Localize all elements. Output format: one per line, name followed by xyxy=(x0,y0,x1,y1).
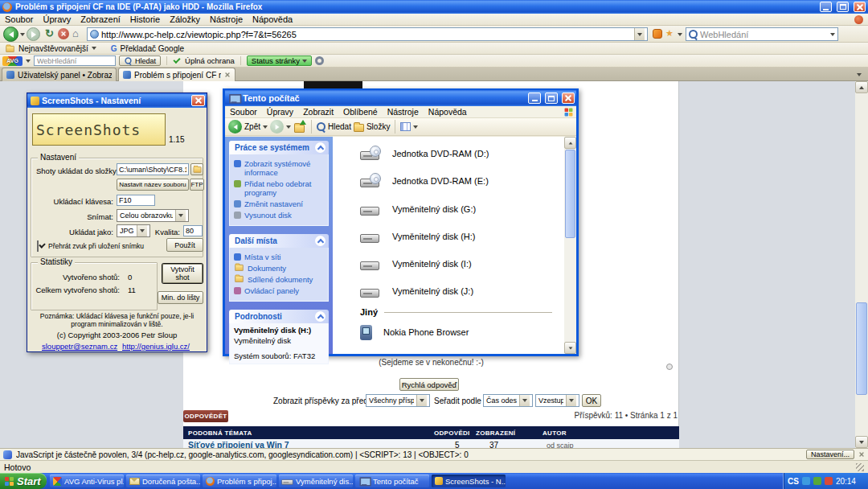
create-shot-button[interactable]: Vytvořit shot xyxy=(162,264,203,283)
save-folder-input[interactable] xyxy=(117,163,189,175)
noscript-settings-button[interactable]: Nastavení... xyxy=(806,450,854,459)
web-search-input[interactable] xyxy=(700,30,828,39)
forward-button[interactable] xyxy=(27,27,40,41)
home-icon[interactable]: ⌂ xyxy=(72,27,79,39)
scroll-down-button[interactable] xyxy=(855,436,868,448)
menu-zalozky[interactable]: Záložky xyxy=(165,14,205,25)
history-dropdown-icon[interactable] xyxy=(678,33,682,36)
mc-minimize-button[interactable] xyxy=(528,92,541,104)
avg-page-status[interactable]: Status stránky xyxy=(247,55,312,66)
drive-item-e[interactable]: Jednotka DVD-RAM (E:) xyxy=(360,171,489,191)
avg-logo-icon[interactable]: AVG xyxy=(2,56,23,66)
bookmark-star-icon[interactable]: ★ xyxy=(665,28,674,39)
mc-menu-zobrazit[interactable]: Zobrazit xyxy=(298,106,338,117)
tray-language-indicator[interactable]: CS xyxy=(788,477,799,486)
list-scroll-up[interactable] xyxy=(564,137,576,149)
author-web-link[interactable]: http://genius.iglu.cz/ xyxy=(122,342,190,351)
tray-clock[interactable]: 20:14 xyxy=(836,477,856,486)
search-box[interactable] xyxy=(686,27,838,41)
list-scroll-thumb[interactable] xyxy=(565,150,575,238)
mc-folders-label[interactable]: Složky xyxy=(366,122,390,131)
menu-soubor[interactable]: Soubor xyxy=(0,14,38,25)
avg-settings-gear-icon[interactable] xyxy=(315,56,324,65)
topic-link[interactable]: Síťové připojení va Win 7 xyxy=(188,440,289,448)
back-dropdown-icon[interactable] xyxy=(20,33,25,36)
list-scroll-down[interactable] xyxy=(564,342,576,354)
avg-search-field[interactable] xyxy=(34,55,116,66)
sound-checkbox[interactable] xyxy=(37,240,39,252)
apply-button[interactable]: Použít xyxy=(166,238,203,252)
place-network[interactable]: Místa v síti xyxy=(234,253,326,261)
back-button[interactable] xyxy=(3,27,18,42)
restore-button[interactable] xyxy=(837,2,849,12)
mc-menu-napoveda[interactable]: Nápověda xyxy=(424,106,472,117)
place-control-panel[interactable]: Ovládací panely xyxy=(234,286,326,295)
tray-antivirus-icon[interactable] xyxy=(813,477,821,485)
mc-forward-dropdown-icon[interactable] xyxy=(286,125,291,129)
avg-search-input[interactable] xyxy=(37,57,113,65)
mc-views-dropdown-icon[interactable] xyxy=(413,125,418,129)
hotkey-input[interactable] xyxy=(117,195,155,206)
mycomputer-titlebar[interactable]: Tento počítač xyxy=(225,90,576,106)
task-my-computer[interactable]: Tento počítač xyxy=(355,475,429,487)
bookmark-most-visited[interactable]: Nejnavštěvovanější xyxy=(18,44,88,53)
task-screenshots[interactable]: ScreenShots - N... xyxy=(432,475,506,487)
task-inbox-mail[interactable]: Doručená pošta... xyxy=(126,475,200,487)
menu-historie[interactable]: Historie xyxy=(125,14,165,25)
screenshots-close-button[interactable] xyxy=(191,95,205,106)
mc-views-icon[interactable] xyxy=(400,122,411,131)
avg-protection-label[interactable]: Úplná ochrana xyxy=(185,56,235,65)
system-tasks-header[interactable]: Práce se systémem xyxy=(229,141,329,154)
resize-grip[interactable] xyxy=(856,463,864,471)
stop-icon[interactable] xyxy=(58,28,69,39)
task-system-info[interactable]: Zobrazit systémové informace xyxy=(234,159,326,177)
screenshots-titlebar[interactable]: ScreenShots - Nastavení xyxy=(27,93,207,108)
nokia-phone-browser-item[interactable]: Nokia Phone Browser xyxy=(360,322,469,343)
scrollbar-thumb[interactable] xyxy=(856,302,867,395)
drive-item-h[interactable]: Vyměnitelný disk (H:) xyxy=(360,226,476,247)
mc-forward-button[interactable] xyxy=(270,120,284,134)
tab-user-panel[interactable]: Uživatelský panel • Zobrazit zp... xyxy=(2,68,117,81)
browse-folder-button[interactable] xyxy=(190,163,203,175)
refresh-icon[interactable]: ↻ xyxy=(45,27,54,39)
capture-select[interactable]: Celou obrazovku xyxy=(117,209,189,222)
tray-network-icon[interactable] xyxy=(802,477,810,485)
extension-icon[interactable] xyxy=(854,15,863,24)
tab-list-dropdown-icon[interactable] xyxy=(857,73,862,76)
collapse-chevron-icon[interactable] xyxy=(315,311,326,322)
bookmark-google-translate[interactable]: Překladač Google xyxy=(121,44,185,53)
tray-alert-icon[interactable] xyxy=(825,477,833,485)
task-add-remove[interactable]: Přidat nebo odebrat programy xyxy=(234,179,326,197)
close-button[interactable] xyxy=(854,2,866,12)
collapse-chevron-icon[interactable] xyxy=(315,236,326,246)
address-dropdown[interactable] xyxy=(634,28,645,40)
task-change-setting[interactable]: Změnit nastavení xyxy=(234,199,326,208)
ftp-button[interactable]: FTP xyxy=(190,179,204,191)
filter-ok-button[interactable]: OK xyxy=(582,394,601,407)
mc-up-button[interactable] xyxy=(293,121,306,133)
collapse-chevron-icon[interactable] xyxy=(315,142,326,153)
task-eject-disk[interactable]: Vysunout disk xyxy=(234,211,326,220)
mc-search-label[interactable]: Hledat xyxy=(328,122,351,131)
mc-menu-oblibene[interactable]: Oblíbené xyxy=(338,106,383,117)
filter-period-select[interactable]: Všechny příspěvky xyxy=(366,394,430,407)
minimize-button[interactable] xyxy=(820,2,832,12)
task-firefox-topic[interactable]: Problém s připoj... xyxy=(203,475,276,487)
task-avg-antivirus[interactable]: AVG Anti-Virus pl... xyxy=(50,475,124,487)
start-button[interactable]: Start xyxy=(0,473,47,489)
mc-back-dropdown-icon[interactable] xyxy=(263,125,268,129)
quick-reply-button[interactable]: Rychlá odpověď xyxy=(399,378,459,391)
place-shared-documents[interactable]: Sdílené dokumenty xyxy=(234,275,326,284)
menu-napoveda[interactable]: Nápověda xyxy=(248,14,297,25)
mc-back-button[interactable] xyxy=(228,120,242,134)
details-header[interactable]: Podrobnosti xyxy=(229,310,329,323)
sort-select[interactable]: Čas odeslání xyxy=(483,394,533,407)
quality-input[interactable] xyxy=(183,225,203,236)
search-engine-dropdown-icon[interactable] xyxy=(830,33,835,36)
drive-item-g[interactable]: Vyměnitelný disk (G:) xyxy=(360,199,476,220)
place-documents[interactable]: Dokumenty xyxy=(234,264,326,273)
author-email-link[interactable]: slouppetr@seznam.cz xyxy=(42,342,117,351)
post-reply-button[interactable]: ODPOVĚDĚT xyxy=(183,410,228,422)
mc-menu-soubor[interactable]: Soubor xyxy=(225,106,262,117)
mc-folders-icon[interactable] xyxy=(354,124,364,132)
